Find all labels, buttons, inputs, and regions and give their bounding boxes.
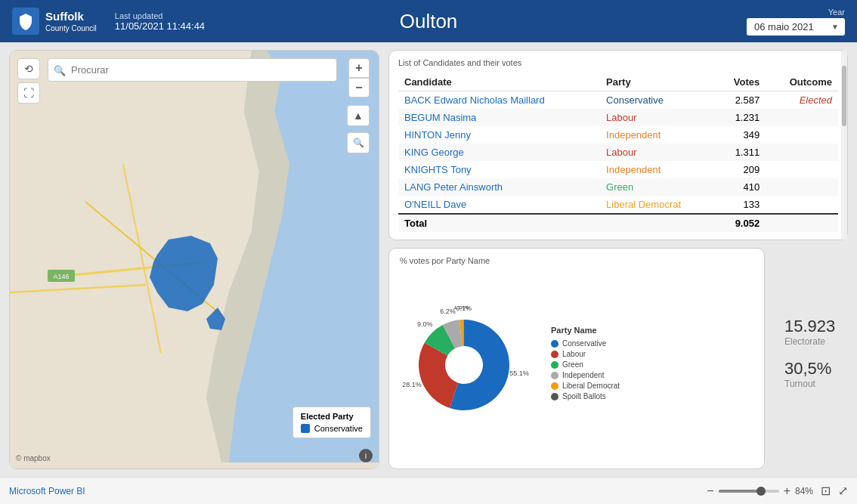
table-scrollbar[interactable] xyxy=(841,51,847,240)
col-party: Party xyxy=(600,73,715,91)
map-info-button[interactable]: i xyxy=(359,449,373,462)
table-row: HINTON Jenny Independent 349 xyxy=(398,126,838,144)
candidate-party-cell: Labour xyxy=(600,109,715,126)
electorate-label: Electorate xyxy=(784,336,836,347)
main-content: A146 🔍 ⟲ ⛶ + − ▲ 🔍 Elected Pa xyxy=(0,42,857,477)
footer: Microsoft Power BI − + 84% ⊡ ⤢ xyxy=(0,477,857,504)
zoom-slider-container: − + 84% xyxy=(707,484,813,498)
legend-text: Green xyxy=(562,360,583,369)
zoom-percent-label: 84% xyxy=(795,486,813,496)
last-updated: Last updated 11/05/2021 11:44:44 xyxy=(115,11,205,32)
candidate-name-cell[interactable]: HINTON Jenny xyxy=(398,126,600,144)
map-fullscreen-button[interactable]: ⛶ xyxy=(17,82,40,104)
map-search-input[interactable] xyxy=(48,58,337,82)
legend-item-conservative: Conservative xyxy=(301,424,363,433)
legend-color xyxy=(551,340,558,348)
map-search-location-button[interactable]: 🔍 xyxy=(347,132,370,153)
pie-label-0: 55.1% xyxy=(509,369,529,377)
candidate-outcome-cell: Elected xyxy=(766,91,838,110)
legend-item-green: Green xyxy=(551,360,620,369)
zoom-in-button[interactable]: + xyxy=(348,58,370,78)
pie-label-2: 9.0% xyxy=(417,320,433,328)
legend-label-conservative: Conservative xyxy=(314,424,363,433)
candidate-votes-cell: 1.231 xyxy=(715,109,766,126)
map-locate-button[interactable]: ▲ xyxy=(347,105,370,126)
legend-item-spoilt-ballots: Spoilt Ballots xyxy=(551,392,620,400)
logo: Suffolk County Council xyxy=(12,8,97,35)
table-row: KING George Labour 1.311 xyxy=(398,144,838,161)
zoom-increase-button[interactable]: + xyxy=(784,484,790,498)
year-select-wrapper[interactable]: 06 maio 2021 xyxy=(747,18,845,36)
header: Suffolk County Council Last updated 11/0… xyxy=(0,0,857,42)
candidate-name-cell[interactable]: LANG Peter Ainsworth xyxy=(398,178,600,196)
pie-segment-labour[interactable] xyxy=(419,342,458,408)
zoom-decrease-button[interactable]: − xyxy=(707,484,713,498)
page-title: Oulton xyxy=(400,10,458,33)
table-row: BACK Edward Nicholas Maillard Conservati… xyxy=(398,91,838,110)
candidate-name-cell[interactable]: BACK Edward Nicholas Maillard xyxy=(398,91,600,110)
footer-right: − + 84% ⊡ ⤢ xyxy=(707,484,848,498)
map-svg: A146 xyxy=(10,51,379,462)
map-search-container: 🔍 xyxy=(48,58,337,82)
year-selector: Year 06 maio 2021 xyxy=(747,8,845,36)
total-label: Total xyxy=(398,214,715,232)
pie-label-1: 28.1% xyxy=(402,380,422,388)
chart-panel: % votes por Party Name 55.1%28.1%9.0%6.2… xyxy=(388,248,765,469)
candidates-table: Candidate Party Votes Outcome BACK Edwar… xyxy=(398,73,838,232)
total-votes: 9.052 xyxy=(715,214,766,232)
stats-panel: 15.923 Electorate 30,5% Turnout xyxy=(772,248,848,469)
candidate-name-cell[interactable]: BEGUM Nasima xyxy=(398,109,600,126)
candidates-section-title: List of Candidates and their votes xyxy=(398,58,838,67)
candidates-panel: List of Candidates and their votes Candi… xyxy=(388,50,848,240)
electorate-value: 15.923 xyxy=(784,317,836,336)
chart-title: % votes por Party Name xyxy=(400,256,753,265)
legend-text: Labour xyxy=(562,350,586,358)
chart-content: 55.1%28.1%9.0%6.2%1.5%0.1% Party Name Co… xyxy=(400,271,753,457)
table-row: BEGUM Nasima Labour 1.231 xyxy=(398,109,838,126)
pie-chart-svg: 55.1%28.1%9.0%6.2%1.5%0.1% xyxy=(400,306,543,423)
table-total-row: Total 9.052 xyxy=(398,214,838,232)
candidate-name-cell[interactable]: O'NEILL Dave xyxy=(398,196,600,214)
turnout-value: 30,5% xyxy=(784,359,836,379)
candidate-party-cell: Labour xyxy=(600,144,715,161)
legend-item-liberal-democrat: Liberal Democrat xyxy=(551,382,620,390)
legend-color xyxy=(551,393,558,400)
candidate-votes-cell: 2.587 xyxy=(715,91,766,110)
chart-legend-title: Party Name xyxy=(551,326,620,335)
year-label: Year xyxy=(828,8,845,17)
bottom-panels: % votes por Party Name 55.1%28.1%9.0%6.2… xyxy=(388,248,848,469)
candidate-party-cell: Conservative xyxy=(600,91,715,110)
table-row: LANG Peter Ainsworth Green 410 xyxy=(398,178,838,196)
candidate-name-cell[interactable]: KNIGHTS Tony xyxy=(398,161,600,178)
legend-text: Spoilt Ballots xyxy=(562,392,606,400)
candidate-outcome-cell xyxy=(766,196,838,214)
candidate-outcome-cell xyxy=(766,178,838,196)
legend-color xyxy=(551,382,558,390)
logo-text: Suffolk County Council xyxy=(45,9,97,34)
legend-text: Conservative xyxy=(562,339,606,348)
pie-chart-container: 55.1%28.1%9.0%6.2%1.5%0.1% xyxy=(400,306,543,423)
logo-shield xyxy=(12,8,39,35)
col-votes: Votes xyxy=(715,73,766,91)
zoom-out-button[interactable]: − xyxy=(348,78,370,97)
legend-color xyxy=(551,361,558,369)
candidate-votes-cell: 209 xyxy=(715,161,766,178)
legend-item-conservative: Conservative xyxy=(551,339,620,348)
candidate-outcome-cell xyxy=(766,109,838,126)
expand-button[interactable]: ⤢ xyxy=(838,484,848,498)
map-zoom-controls: + − xyxy=(348,58,370,97)
zoom-slider[interactable] xyxy=(719,490,779,493)
candidate-outcome-cell xyxy=(766,144,838,161)
svg-text:A146: A146 xyxy=(53,273,69,280)
fit-to-page-button[interactable]: ⊡ xyxy=(821,484,831,498)
legend-text: Liberal Democrat xyxy=(562,382,620,390)
map-reset-button[interactable]: ⟲ xyxy=(17,58,40,79)
power-bi-link[interactable]: Microsoft Power BI xyxy=(9,486,85,496)
year-select[interactable]: 06 maio 2021 xyxy=(747,18,845,36)
col-candidate: Candidate xyxy=(398,73,600,91)
candidates-table-wrapper: Candidate Party Votes Outcome BACK Edwar… xyxy=(398,73,838,232)
map-panel: A146 🔍 ⟲ ⛶ + − ▲ 🔍 Elected Pa xyxy=(9,50,379,469)
turnout-label: Turnout xyxy=(784,379,836,389)
legend-color-conservative xyxy=(301,424,310,433)
candidate-name-cell[interactable]: KING George xyxy=(398,144,600,161)
